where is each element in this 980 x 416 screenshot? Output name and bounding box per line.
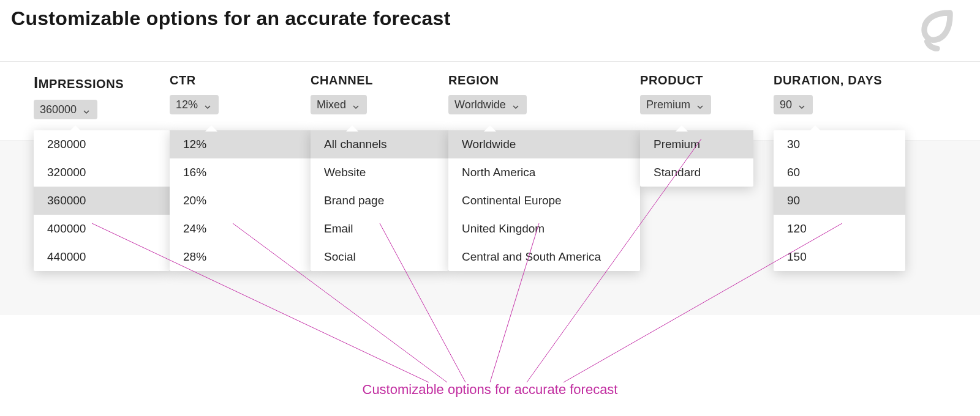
filter-duration-menu: 30 60 90 120 150	[774, 130, 905, 271]
option-impressions[interactable]: 400000	[34, 215, 170, 243]
filter-ctr-menu: 12% 16% 20% 24% 28%	[170, 130, 311, 271]
filter-impressions-button[interactable]: 360000	[34, 100, 97, 119]
option-region[interactable]: United Kingdom	[448, 215, 640, 243]
option-region[interactable]: North America	[448, 158, 640, 187]
callout-text: Customizable options for accurate foreca…	[0, 382, 980, 398]
filter-ctr-label: CTR	[170, 73, 311, 95]
option-duration[interactable]: 30	[774, 130, 905, 158]
chevron-down-icon	[696, 101, 704, 108]
option-region[interactable]: Continental Europe	[448, 187, 640, 215]
option-ctr[interactable]: 16%	[170, 158, 311, 187]
filter-region-button[interactable]: Worldwide	[448, 95, 527, 114]
option-duration[interactable]: 60	[774, 158, 905, 187]
leaf-logo-icon	[915, 9, 959, 51]
chevron-down-icon	[512, 101, 519, 108]
option-ctr[interactable]: 28%	[170, 243, 311, 271]
filter-impressions-menu: 280000 320000 360000 400000 440000	[34, 130, 170, 271]
filter-ctr-button[interactable]: 12%	[170, 95, 219, 114]
filter-duration-label: Duration, days	[774, 73, 905, 95]
option-product[interactable]: Standard	[640, 158, 753, 187]
option-region[interactable]: Central and South America	[448, 243, 640, 271]
option-duration[interactable]: 150	[774, 243, 905, 271]
filter-product-label: Product	[640, 73, 774, 95]
option-region[interactable]: Worldwide	[448, 130, 640, 158]
option-duration[interactable]: 90	[774, 187, 905, 215]
chevron-down-icon	[352, 101, 360, 108]
filter-channel-label: Channel	[311, 73, 448, 95]
filter-ctr: CTR 12% 12% 16% 20% 24% 28%	[170, 73, 311, 114]
filter-channel-value: Mixed	[317, 98, 346, 111]
filter-region-value: Worldwide	[454, 98, 506, 111]
option-channel[interactable]: Email	[311, 215, 448, 243]
filter-impressions-label: Impressions	[34, 73, 170, 100]
option-ctr[interactable]: 12%	[170, 130, 311, 158]
filter-duration-button[interactable]: 90	[774, 95, 813, 114]
option-ctr[interactable]: 20%	[170, 187, 311, 215]
filter-region-label: Region	[448, 73, 640, 95]
filter-product-value: Premium	[646, 98, 690, 111]
chevron-down-icon	[204, 101, 211, 108]
option-product[interactable]: Premium	[640, 130, 753, 158]
filter-channel-button[interactable]: Mixed	[311, 95, 367, 114]
filter-product-button[interactable]: Premium	[640, 95, 711, 114]
filter-channel: Channel Mixed All channels Website Brand…	[311, 73, 448, 114]
filter-impressions-value: 360000	[40, 103, 77, 116]
filter-duration-value: 90	[780, 98, 792, 111]
filter-product: Product Premium Premium Standard	[640, 73, 774, 114]
option-impressions[interactable]: 320000	[34, 158, 170, 187]
filter-region-menu: Worldwide North America Continental Euro…	[448, 130, 640, 271]
option-channel[interactable]: All channels	[311, 130, 448, 158]
chevron-down-icon	[83, 106, 90, 113]
option-impressions[interactable]: 360000	[34, 187, 170, 215]
filters-row: Impressions 360000 280000 320000 360000 …	[0, 73, 980, 300]
option-impressions[interactable]: 440000	[34, 243, 170, 271]
filter-region: Region Worldwide Worldwide North America…	[448, 73, 640, 114]
page-title: Customizable options for an accurate for…	[11, 7, 451, 30]
option-impressions[interactable]: 280000	[34, 130, 170, 158]
filter-impressions: Impressions 360000 280000 320000 360000 …	[34, 73, 170, 119]
filter-channel-menu: All channels Website Brand page Email So…	[311, 130, 448, 271]
option-channel[interactable]: Website	[311, 158, 448, 187]
option-channel[interactable]: Brand page	[311, 187, 448, 215]
option-channel[interactable]: Social	[311, 243, 448, 271]
filter-duration: Duration, days 90 30 60 90 120 150	[774, 73, 905, 114]
option-duration[interactable]: 120	[774, 215, 905, 243]
filter-ctr-value: 12%	[176, 98, 198, 111]
chevron-down-icon	[798, 101, 805, 108]
filter-product-menu: Premium Standard	[640, 130, 753, 187]
callout-annotation: Customizable options for accurate foreca…	[0, 324, 980, 416]
